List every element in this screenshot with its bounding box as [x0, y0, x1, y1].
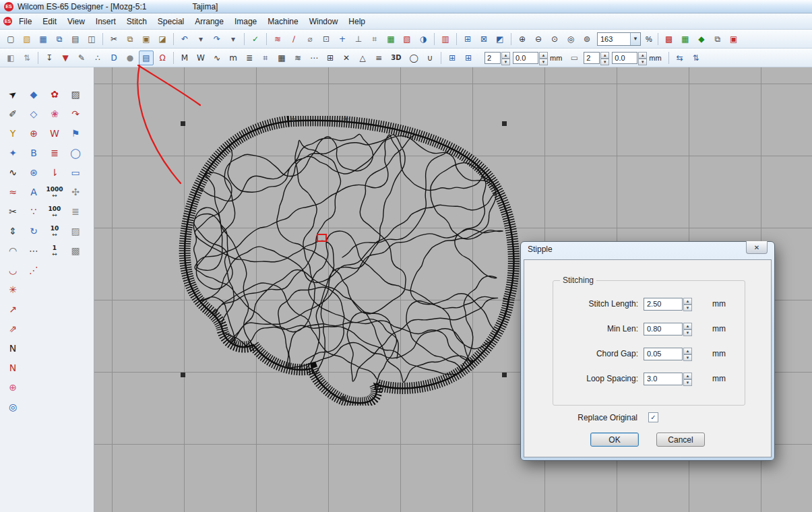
dotted-run-tool[interactable]: ⋰ — [25, 262, 42, 278]
hoop-icon[interactable]: ◆ — [694, 32, 709, 46]
satin-stitch-icon[interactable]: M — [177, 51, 192, 65]
rectangle-tool[interactable]: ▭ — [67, 164, 84, 181]
zoom-level-combo[interactable]: 163▼ — [597, 32, 641, 46]
pan-icon[interactable]: ⇆ — [673, 51, 687, 65]
guide-major-field[interactable]: 2▲▼ — [584, 52, 609, 64]
menu-image[interactable]: Image — [229, 15, 262, 28]
spin-up-button[interactable]: ▲ — [683, 298, 692, 305]
preset-100[interactable]: 100↔ — [46, 203, 63, 220]
motif-run-tool[interactable]: ✳ — [4, 282, 22, 298]
stitch-entry-marker[interactable] — [317, 234, 327, 242]
flag-tool[interactable]: ⚑ — [67, 125, 84, 141]
embroidery-design[interactable] — [174, 116, 524, 406]
selection-handle-top-right[interactable] — [502, 121, 507, 126]
menu-help[interactable]: Help — [343, 15, 371, 28]
contour-fill-icon[interactable]: △ — [355, 51, 370, 65]
needle-point-icon[interactable]: ↧ — [42, 51, 57, 65]
star-tool[interactable]: ✦ — [4, 145, 22, 161]
menu-file[interactable]: File — [13, 15, 37, 28]
open-icon[interactable]: ▧ — [20, 32, 34, 46]
daisy-motif-tool[interactable]: ❀ — [46, 106, 63, 122]
ellipse-tool[interactable]: ◯ — [67, 145, 84, 161]
spin-up-button[interactable]: ▲ — [600, 52, 609, 59]
selection-handle-top-left[interactable] — [181, 121, 185, 126]
center-run-tool[interactable]: ⊕ — [25, 125, 42, 141]
selection-handle-bottom-center[interactable] — [341, 396, 346, 401]
exit-point-tool[interactable]: ◎ — [4, 399, 22, 415]
print-icon[interactable]: ▤ — [68, 32, 83, 46]
loop-spacing-input[interactable]: 3.0 — [644, 373, 683, 385]
menu-edit[interactable]: Edit — [37, 15, 62, 28]
cross-fill-icon[interactable]: ⊞ — [323, 51, 338, 65]
slant-stitch-icon[interactable]: ∕ — [286, 32, 301, 46]
spin-down-button[interactable]: ▼ — [600, 59, 609, 65]
column-zigzag-tool[interactable]: W — [46, 125, 63, 141]
buttonhole-tool[interactable]: B — [25, 145, 42, 161]
spin-down-button[interactable]: ▼ — [683, 379, 692, 386]
grid-show-icon[interactable]: ⊞ — [461, 51, 476, 65]
zoom-out-icon[interactable]: ⊖ — [531, 32, 546, 46]
new-icon[interactable]: ▢ — [3, 32, 18, 46]
copy-icon[interactable]: ⧉ — [123, 32, 137, 46]
spin-down-button[interactable]: ▼ — [638, 59, 647, 65]
nudge-icon[interactable]: ⇅ — [689, 51, 704, 65]
spin-up-button[interactable]: ▲ — [638, 52, 647, 59]
layout-icon[interactable]: ◩ — [493, 32, 507, 46]
arc-digitize-tool[interactable]: ↷ — [67, 106, 84, 122]
dot-gray-icon[interactable]: ● — [123, 51, 137, 65]
table-icon[interactable]: ⊞ — [460, 32, 475, 46]
save-icon[interactable]: ▦ — [36, 32, 51, 46]
grid-snap-icon[interactable]: ⊞ — [445, 51, 460, 65]
measure-grid-icon[interactable]: ▦ — [678, 32, 693, 46]
zigzag-stitch-icon[interactable]: W — [193, 51, 208, 65]
menu-view[interactable]: View — [62, 15, 90, 28]
zoom-in-icon[interactable]: ⊕ — [515, 32, 530, 46]
redo-icon[interactable]: ↷ — [210, 32, 224, 46]
team-names-tool[interactable]: ∵ — [25, 203, 42, 220]
spin-up-button[interactable]: ▲ — [501, 52, 510, 59]
spin-up-button[interactable]: ▲ — [683, 373, 692, 379]
zoom-previous-icon[interactable]: ⊚ — [580, 32, 594, 46]
export-icon[interactable]: ⧉ — [710, 32, 725, 46]
undo-icon[interactable]: ↶ — [177, 32, 192, 46]
closed-object-tool[interactable]: ◆ — [25, 86, 42, 102]
min-len-input[interactable]: 0.80 — [644, 323, 683, 335]
selection-handle-bottom-right[interactable] — [502, 373, 507, 377]
select-tool[interactable]: ➤ — [1, 83, 24, 106]
flower-motif-tool[interactable]: ✿ — [46, 86, 63, 102]
cells-icon[interactable]: ▦ — [383, 32, 398, 46]
stipple-outline-button[interactable]: Ω — [155, 51, 170, 65]
menu-arrange[interactable]: Arrange — [189, 15, 229, 28]
hatch-fill-tool[interactable]: ▨ — [67, 86, 84, 102]
needle-tool[interactable]: ⇂ — [46, 164, 63, 181]
stitch-length-input[interactable]: 2.50 — [644, 298, 683, 311]
cancel-button[interactable]: Cancel — [656, 433, 705, 447]
run-stitch-icon[interactable]: ∿ — [210, 51, 224, 65]
stem-run-tool[interactable]: ≈ — [4, 184, 22, 200]
grid-major-field[interactable]: 2▲▼ — [485, 52, 510, 64]
picture-icon[interactable]: ▧ — [400, 32, 414, 46]
spin-down-button[interactable]: ▼ — [683, 354, 692, 361]
line-fill-icon[interactable]: ≡ — [371, 51, 386, 65]
machine-send-icon[interactable]: ▣ — [726, 32, 741, 46]
branch-tool[interactable]: Y — [4, 125, 22, 141]
wave-fill-icon[interactable]: ≋ — [290, 51, 305, 65]
cut-icon[interactable]: ✂ — [106, 32, 121, 46]
columns-gray-tool[interactable]: ≣ — [67, 203, 84, 220]
preset-10[interactable]: 10↔ — [46, 223, 63, 239]
freehand-select-tool[interactable]: ✐ — [4, 106, 22, 122]
marker-icon[interactable]: ▼ — [58, 51, 73, 65]
grid-fill-icon[interactable]: ⌗ — [367, 32, 382, 46]
oval-stitch-icon[interactable]: ∪ — [423, 51, 437, 65]
spin-up-button[interactable]: ▲ — [683, 348, 692, 354]
chord-gap-input[interactable]: 0.05 — [644, 348, 683, 360]
color-wheel-icon[interactable]: ◑ — [416, 32, 431, 46]
artistic-view-icon[interactable]: ⇅ — [20, 51, 34, 65]
overview-icon[interactable]: ▩ — [662, 32, 677, 46]
undo-dropdown-icon[interactable]: ▾ — [193, 32, 208, 46]
menu-window[interactable]: Window — [304, 15, 344, 28]
zoom-1to1-icon[interactable]: ⊙ — [547, 32, 562, 46]
design-properties-icon[interactable]: D — [106, 51, 121, 65]
document-red-icon[interactable]: ▥ — [438, 32, 453, 46]
dialog-close-button[interactable]: ✕ — [746, 241, 768, 254]
